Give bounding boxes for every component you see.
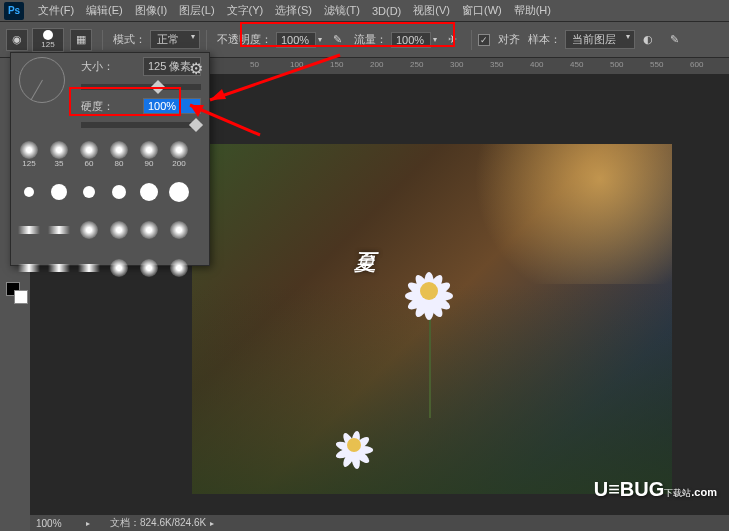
menu-edit[interactable]: 编辑(E) bbox=[80, 3, 129, 18]
opacity-dropdown-icon[interactable]: ▾ bbox=[318, 35, 322, 44]
status-bar: 100% ▸ 文档：824.6K/824.6K ▸ bbox=[30, 515, 729, 531]
menu-filter[interactable]: 滤镜(T) bbox=[318, 3, 366, 18]
flower-graphic-2 bbox=[326, 417, 381, 472]
align-label: 对齐 bbox=[498, 32, 520, 47]
opacity-input[interactable]: 100% bbox=[276, 32, 316, 48]
airbrush-icon[interactable]: ✈ bbox=[441, 29, 463, 51]
brush-preset[interactable] bbox=[135, 174, 163, 210]
menu-view[interactable]: 视图(V) bbox=[407, 3, 456, 18]
brush-preset[interactable]: 80 bbox=[105, 136, 133, 172]
menu-type[interactable]: 文字(Y) bbox=[221, 3, 270, 18]
brush-preset[interactable] bbox=[105, 250, 133, 286]
brush-preset[interactable] bbox=[135, 250, 163, 286]
opacity-label: 不透明度： bbox=[217, 32, 272, 47]
brush-preset[interactable] bbox=[105, 212, 133, 248]
brush-preset[interactable] bbox=[165, 174, 193, 210]
brush-preset[interactable]: 125 bbox=[15, 136, 43, 172]
document-info[interactable]: 文档：824.6K/824.6K bbox=[110, 516, 206, 530]
doc-info-dropdown-icon[interactable]: ▸ bbox=[210, 519, 214, 528]
brush-preset[interactable] bbox=[45, 250, 73, 286]
menu-3d[interactable]: 3D(D) bbox=[366, 5, 407, 17]
size-label: 大小： bbox=[81, 59, 114, 74]
brush-preset[interactable] bbox=[45, 212, 73, 248]
canvas-image[interactable]: 夏至 bbox=[192, 144, 672, 494]
opacity-pressure-icon[interactable]: ✎ bbox=[326, 29, 348, 51]
watermark: U≡BUG下载站.com bbox=[594, 478, 717, 501]
brush-preset-picker[interactable]: 125 bbox=[32, 28, 64, 52]
brush-preset-panel: ⚙ 大小： 125 像素 硬度： 100% 125 35 60 80 90 20… bbox=[10, 52, 210, 266]
brush-preset[interactable] bbox=[15, 250, 43, 286]
brush-preset[interactable]: 200 bbox=[165, 136, 193, 172]
align-checkbox[interactable]: ✓ bbox=[478, 34, 490, 46]
hardness-slider[interactable] bbox=[81, 122, 201, 128]
menu-image[interactable]: 图像(I) bbox=[129, 3, 173, 18]
brush-preset[interactable]: 35 bbox=[45, 136, 73, 172]
brush-preset[interactable] bbox=[75, 174, 103, 210]
background-color-swatch[interactable] bbox=[14, 290, 28, 304]
gear-icon[interactable]: ⚙ bbox=[189, 59, 203, 78]
flow-label: 流量： bbox=[354, 32, 387, 47]
expand-icon[interactable]: ▸ bbox=[86, 519, 90, 528]
menu-window[interactable]: 窗口(W) bbox=[456, 3, 508, 18]
menu-layer[interactable]: 图层(L) bbox=[173, 3, 220, 18]
brush-preset[interactable]: 90 bbox=[135, 136, 163, 172]
brush-preset[interactable] bbox=[15, 174, 43, 210]
ignore-adjustment-icon[interactable]: ◐ bbox=[637, 29, 659, 51]
brush-presets-grid: 125 35 60 80 90 200 bbox=[11, 132, 209, 290]
brush-preset[interactable] bbox=[165, 212, 193, 248]
menu-help[interactable]: 帮助(H) bbox=[508, 3, 557, 18]
flower-graphic bbox=[394, 256, 464, 326]
sample-label: 样本： bbox=[528, 32, 561, 47]
zoom-level[interactable]: 100% bbox=[36, 518, 86, 529]
brush-preset[interactable] bbox=[75, 250, 103, 286]
brush-preset[interactable] bbox=[45, 174, 73, 210]
clone-stamp-icon[interactable]: ◉ bbox=[6, 29, 28, 51]
brush-preset[interactable] bbox=[15, 212, 43, 248]
menu-bar: Ps 文件(F) 编辑(E) 图像(I) 图层(L) 文字(Y) 选择(S) 滤… bbox=[0, 0, 729, 22]
size-slider[interactable] bbox=[81, 84, 201, 90]
mode-label: 模式： bbox=[113, 32, 146, 47]
menu-file[interactable]: 文件(F) bbox=[32, 3, 80, 18]
mode-dropdown[interactable]: 正常 bbox=[150, 30, 200, 49]
ps-logo: Ps bbox=[4, 2, 24, 20]
brush-preset[interactable] bbox=[165, 250, 193, 286]
brush-panel-toggle-icon[interactable]: ▦ bbox=[70, 29, 92, 51]
flow-input[interactable]: 100% bbox=[391, 32, 431, 48]
brush-preset[interactable] bbox=[75, 212, 103, 248]
brush-preset[interactable] bbox=[105, 174, 133, 210]
sample-dropdown[interactable]: 当前图层 bbox=[565, 30, 635, 49]
hardness-label: 硬度： bbox=[81, 99, 114, 114]
menu-select[interactable]: 选择(S) bbox=[269, 3, 318, 18]
pressure-size-icon[interactable]: ✎ bbox=[663, 29, 685, 51]
flow-dropdown-icon[interactable]: ▾ bbox=[433, 35, 437, 44]
brush-preset[interactable]: 60 bbox=[75, 136, 103, 172]
brush-preset[interactable] bbox=[135, 212, 163, 248]
hardness-input[interactable]: 100% bbox=[143, 98, 201, 114]
brush-angle-dial[interactable] bbox=[19, 57, 65, 103]
